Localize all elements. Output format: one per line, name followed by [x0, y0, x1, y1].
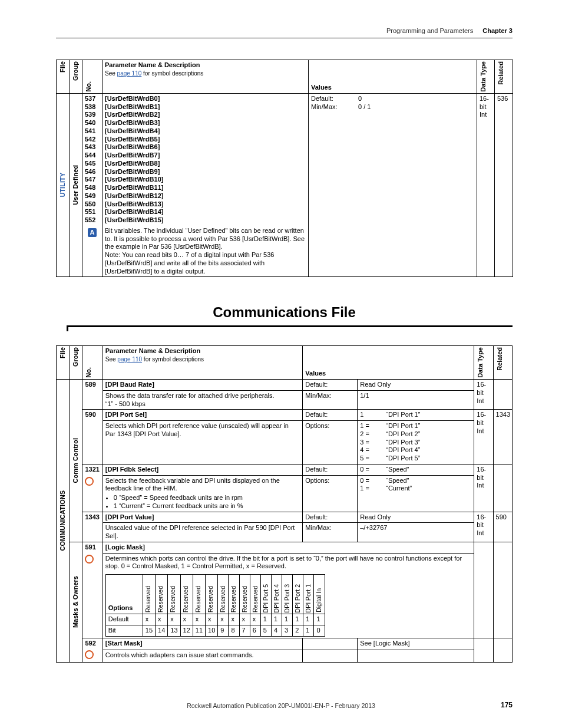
param-name: [DPI Port Value] [103, 512, 303, 523]
flag-o-icon [85, 650, 94, 659]
col-related: Related [493, 346, 512, 380]
section-title: Communications File [56, 304, 513, 321]
utility-table: File Group No. Parameter Name & Descript… [56, 60, 513, 277]
param-no: 1321 [82, 464, 103, 512]
col-datatype: Data Type [474, 346, 493, 380]
table-row: Unscaled value of the DPI reference sele… [57, 523, 513, 542]
param-related [493, 638, 512, 663]
col-group: Group [70, 346, 82, 380]
param-name: [Logic Mask] [103, 542, 474, 553]
param-datatype: 16-bit Int [474, 380, 493, 410]
param-name: [DPI Baud Rate] [103, 380, 303, 391]
group-label: User Defined [72, 165, 80, 205]
table-row: Shows the data transfer rate for attache… [57, 390, 513, 410]
param-no: 592 [82, 638, 103, 663]
header-chapter: Chapter 3 [482, 27, 513, 34]
col-group: Group [70, 60, 82, 94]
param-no: 591 [82, 542, 103, 638]
param-datatype: 16-bit Int [477, 93, 495, 277]
param-related [493, 542, 512, 638]
group-label: Comm Control [72, 438, 80, 483]
col-values: Values [303, 346, 474, 380]
param-related [493, 464, 512, 512]
value: Read Only [358, 512, 474, 523]
table-row: 1321 [DPI Fdbk Select] Default: 0 =“Spee… [57, 464, 513, 475]
table-row: Controls which adapters can issue start … [57, 650, 513, 663]
value-label: Min/Max: [303, 390, 358, 410]
value-label: Min/Max: [303, 523, 358, 542]
value-label: Default: [303, 410, 358, 421]
param-datatype: 16-bit Int [474, 410, 493, 465]
value: 0 =“Speed” [358, 464, 474, 475]
page-number: 175 [501, 701, 513, 709]
value-label: Default: [303, 512, 358, 523]
param-desc: Selects which DPI port reference value (… [103, 421, 303, 465]
page-link-110a[interactable]: page 110 [117, 70, 142, 77]
param-values: Default:0 Min/Max:0 / 1 [309, 93, 477, 277]
value: 1/1 [358, 390, 474, 410]
value-label: Default: [303, 380, 358, 391]
param-desc: Determines which ports can control the d… [103, 553, 474, 638]
param-no: 589 [82, 380, 103, 410]
flag-o-icon [85, 555, 94, 564]
file-label: COMMUNICATIONS [59, 490, 67, 551]
value-label: Options: [303, 475, 358, 512]
header-section: Programming and Parameters [386, 27, 473, 34]
table-row: Selects which DPI port reference value (… [57, 421, 513, 465]
param-related: 590 [493, 512, 512, 542]
col-values: Values [309, 60, 477, 94]
file-label: UTILITY [59, 173, 67, 197]
param-desc: [UsrDefBitWrdB0][UsrDefBitWrdB1][UsrDefB… [103, 93, 309, 277]
group-label: Masks & Owners [72, 576, 80, 628]
col-desc: Parameter Name & Description See page 11… [103, 346, 303, 380]
table-row: Determines which ports can control the d… [57, 553, 513, 638]
value-label: Default: [303, 464, 358, 475]
param-no: 1343 [82, 512, 103, 542]
param-datatype [474, 542, 493, 638]
param-desc: Unscaled value of the DPI reference sele… [103, 523, 303, 542]
table-row: Selects the feedback variable and DPI un… [57, 475, 513, 512]
flag-a-icon: A [88, 228, 97, 237]
table-row: Masks & Owners 591 [Logic Mask] [57, 542, 513, 553]
col-no: No. [82, 346, 103, 380]
param-related [493, 380, 512, 410]
col-desc: Parameter Name & Description See page 11… [103, 60, 309, 94]
param-datatype: 16-bit Int [474, 512, 493, 542]
param-desc: Controls which adapters can issue start … [103, 650, 303, 663]
param-name: [DPI Fdbk Select] [103, 464, 303, 475]
value: 0 =“Speed” 1 =“Current” [358, 475, 474, 512]
param-desc: Shows the data transfer rate for attache… [103, 390, 303, 410]
table-row: 590 [DPI Port Sel] Default: 1“DPI Port 1… [57, 410, 513, 421]
value-label: Options: [303, 421, 358, 465]
table-row: COMMUNICATIONS Comm Control 589 [DPI Bau… [57, 380, 513, 391]
page-link-110b[interactable]: page 110 [117, 356, 142, 363]
value-label [303, 638, 358, 650]
param-datatype [474, 638, 493, 663]
value: 1“DPI Port 1” [358, 410, 474, 421]
value: –/+32767 [358, 523, 474, 542]
communications-table: File Group No. Parameter Name & Descript… [56, 345, 513, 663]
param-no: 590 [82, 410, 103, 465]
col-no: No. [82, 60, 103, 94]
table-row: 1343 [DPI Port Value] Default: Read Only… [57, 512, 513, 523]
running-header: Programming and Parameters Chapter 3 [56, 27, 513, 34]
param-datatype: 16-bit Int [474, 464, 493, 512]
param-related: 536 [495, 93, 513, 277]
flag-o-icon [85, 477, 94, 486]
param-name: [DPI Port Sel] [103, 410, 303, 421]
bits-table: Options ReservedReserved ReservedReserve… [105, 574, 325, 637]
param-numbers: 537538539540 541542543544 545546547548 5… [82, 93, 103, 277]
value: Read Only [358, 380, 474, 391]
footer-publication: Rockwell Automation Publication 20P-UM00… [0, 702, 562, 709]
param-related: 1343 [493, 410, 512, 465]
section-rule [56, 325, 513, 331]
param-desc: Selects the feedback variable and DPI un… [103, 475, 303, 512]
value: See [Logic Mask] [358, 638, 474, 650]
value: 1 =“DPI Port 1” 2 =“DPI Port 2” 3 =“DPI … [358, 421, 474, 465]
col-related: Related [495, 60, 513, 94]
col-file: File [57, 60, 70, 94]
header-rule [56, 38, 513, 38]
param-name: [Start Mask] [103, 638, 303, 650]
col-file: File [57, 346, 70, 380]
table-row: UTILITY User Defined 537538539540 541542… [57, 93, 513, 277]
